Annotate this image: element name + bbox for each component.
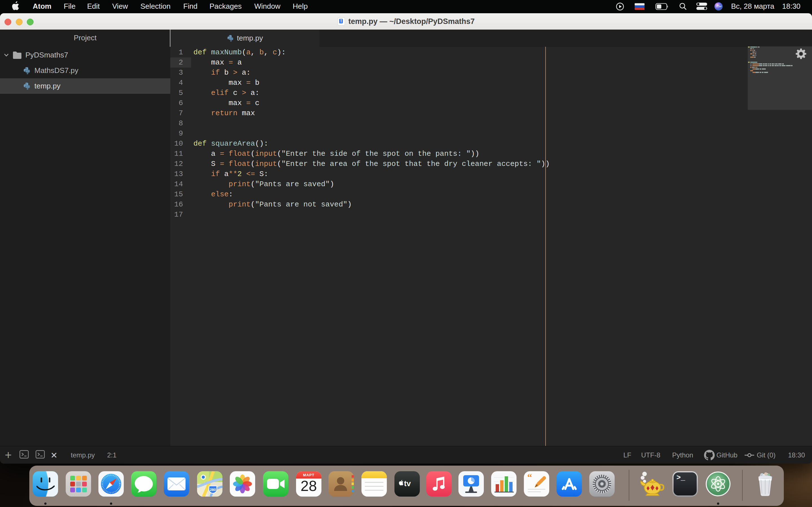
svg-text:“: “ bbox=[527, 472, 532, 482]
svg-text:tv: tv bbox=[404, 480, 411, 488]
svg-text:280: 280 bbox=[210, 488, 216, 492]
